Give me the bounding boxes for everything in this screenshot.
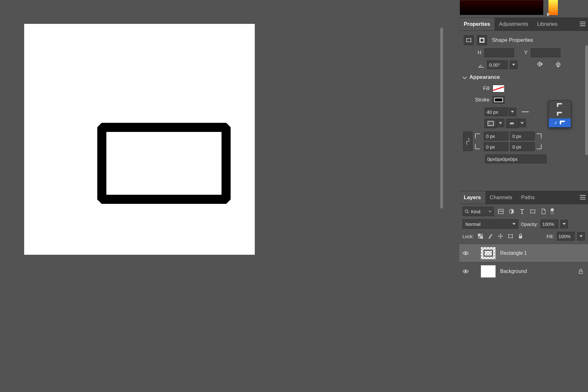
- svg-point-1: [466, 38, 467, 39]
- blend-mode-value: Normal: [465, 221, 480, 227]
- layers-list: Rectangle 1 Background: [459, 244, 588, 280]
- lock-label: Lock:: [462, 234, 474, 239]
- tab-libraries[interactable]: Libraries: [533, 18, 562, 30]
- properties-panel-body: Shape Properties H Y: [459, 31, 588, 191]
- canvas-area: [0, 0, 443, 392]
- svg-point-2: [471, 38, 472, 39]
- stroke-label: Stroke: [472, 97, 489, 103]
- hue-slider-marker[interactable]: [547, 13, 550, 16]
- lock-pixels-icon[interactable]: [487, 233, 494, 240]
- filter-pixel-icon[interactable]: [497, 208, 505, 215]
- svg-point-23: [465, 252, 467, 254]
- chevron-down-icon: [463, 75, 467, 79]
- join-round-option[interactable]: [549, 110, 571, 118]
- tab-layers[interactable]: Layers: [459, 191, 485, 204]
- svg-rect-7: [488, 121, 494, 126]
- shape-properties-header: Shape Properties: [463, 33, 584, 48]
- flip-horizontal-icon[interactable]: [536, 61, 544, 68]
- opacity-label: Opacity:: [521, 221, 538, 227]
- svg-rect-17: [478, 234, 480, 236]
- height-label: H: [478, 50, 481, 56]
- svg-rect-25: [579, 271, 582, 274]
- layer-filter-kind-select[interactable]: Kind: [462, 207, 494, 216]
- mask-icon[interactable]: [477, 35, 487, 45]
- lock-position-icon[interactable]: [497, 233, 504, 240]
- tab-channels[interactable]: Channels: [485, 191, 517, 204]
- layer-item-rectangle-1[interactable]: Rectangle 1: [459, 244, 588, 262]
- stroke-cap-dropdown[interactable]: [518, 119, 526, 127]
- shape-rectangle[interactable]: [97, 123, 231, 204]
- corner-bl-input[interactable]: [484, 142, 508, 151]
- stroke-width-dropdown[interactable]: [509, 108, 516, 116]
- fill-swatch[interactable]: [493, 85, 505, 92]
- properties-panel-tabs: Properties Adjustments Libraries: [459, 18, 588, 31]
- properties-panel-menu-icon[interactable]: [580, 22, 585, 26]
- lock-icon[interactable]: [579, 269, 583, 274]
- lock-transparency-icon[interactable]: [477, 233, 484, 240]
- visibility-toggle-icon[interactable]: [462, 251, 469, 255]
- layer-fill-dropdown[interactable]: [577, 232, 585, 241]
- opacity-dropdown[interactable]: [560, 220, 568, 228]
- layer-fill-input[interactable]: [557, 232, 575, 241]
- svg-rect-18: [480, 236, 483, 239]
- svg-rect-8: [489, 122, 492, 124]
- stroke-align-dropdown[interactable]: [497, 119, 504, 127]
- height-input[interactable]: [484, 48, 514, 57]
- svg-rect-0: [467, 39, 471, 42]
- filter-toggle[interactable]: [550, 208, 554, 215]
- layer-thumbnail[interactable]: [481, 265, 496, 278]
- lock-artboard-icon[interactable]: [507, 233, 514, 240]
- layers-panel-body: Kind Normal Opacity: Lock:: [459, 204, 588, 392]
- layer-item-background[interactable]: Background: [459, 262, 588, 280]
- svg-point-14: [535, 210, 535, 210]
- tab-paths[interactable]: Paths: [517, 191, 539, 204]
- stroke-align-button[interactable]: [484, 119, 497, 128]
- filter-adjustment-icon[interactable]: [508, 208, 515, 215]
- svg-rect-22: [519, 236, 522, 238]
- stroke-swatch[interactable]: [493, 96, 505, 104]
- combined-radius-input[interactable]: [485, 155, 547, 163]
- live-shape-icon[interactable]: [464, 35, 474, 45]
- stroke-style-icon: [522, 112, 529, 112]
- document-canvas[interactable]: [24, 24, 255, 255]
- opacity-input[interactable]: [541, 220, 558, 228]
- canvas-scrollbar[interactable]: [440, 28, 443, 209]
- stroke-cap-button[interactable]: [506, 119, 519, 128]
- lock-all-icon[interactable]: [517, 233, 524, 240]
- flip-vertical-icon[interactable]: [555, 61, 561, 68]
- properties-scrollbar[interactable]: [585, 45, 588, 155]
- blend-mode-select[interactable]: Normal: [462, 219, 518, 229]
- svg-point-15: [530, 213, 531, 213]
- link-corners-button[interactable]: [463, 132, 473, 151]
- corner-bl-icon: [475, 144, 480, 149]
- filter-shape-icon[interactable]: [529, 208, 537, 215]
- y-input[interactable]: [531, 48, 560, 57]
- stroke-width-input[interactable]: [484, 107, 508, 116]
- layer-thumbnail[interactable]: [481, 247, 496, 259]
- appearance-section-header[interactable]: Appearance: [463, 74, 584, 80]
- svg-point-4: [471, 41, 472, 42]
- tab-adjustments[interactable]: Adjustments: [494, 18, 533, 30]
- hue-slider[interactable]: [548, 0, 558, 15]
- rotation-dropdown[interactable]: [510, 61, 517, 69]
- tab-properties[interactable]: Properties: [459, 18, 494, 30]
- join-miter-option[interactable]: [549, 101, 571, 110]
- stroke-join-popup: ✓: [548, 101, 571, 128]
- appearance-label: Appearance: [469, 74, 500, 80]
- corner-tl-input[interactable]: [484, 132, 508, 140]
- rotation-input[interactable]: [487, 60, 508, 69]
- layers-panel-menu-icon[interactable]: [580, 195, 585, 199]
- visibility-toggle-icon[interactable]: [462, 269, 469, 274]
- svg-point-6: [480, 39, 484, 42]
- svg-rect-20: [478, 236, 480, 239]
- svg-rect-19: [480, 234, 483, 236]
- corner-tr-input[interactable]: [510, 132, 535, 140]
- svg-point-13: [530, 210, 531, 210]
- join-bevel-option[interactable]: ✓: [549, 118, 571, 127]
- color-field[interactable]: [460, 0, 543, 15]
- filter-smartobject-icon[interactable]: [540, 208, 547, 215]
- color-picker-strip: [459, 0, 588, 18]
- corner-br-icon: [537, 144, 542, 149]
- filter-type-icon[interactable]: [518, 208, 526, 215]
- corner-br-input[interactable]: [510, 142, 535, 151]
